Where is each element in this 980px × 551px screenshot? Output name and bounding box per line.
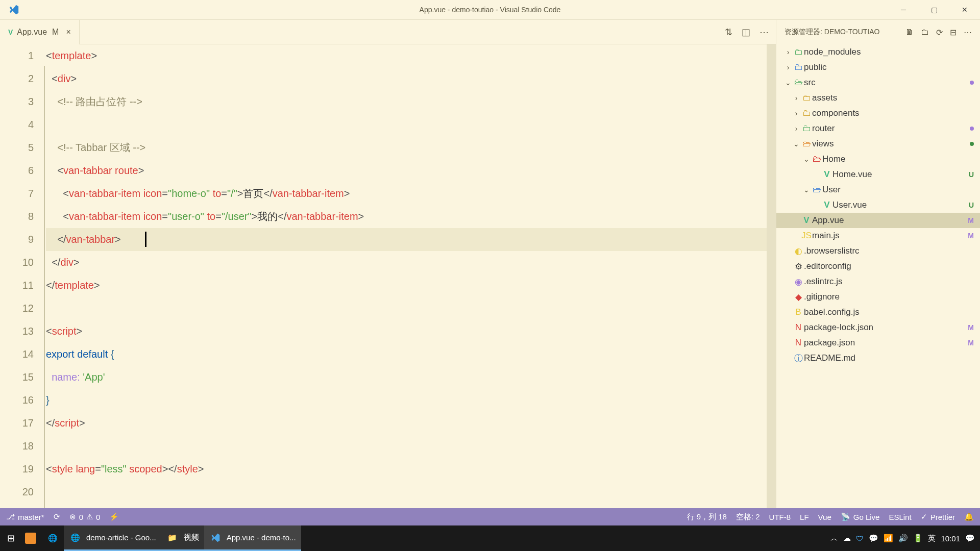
js-file-icon: JS bbox=[801, 231, 812, 241]
system-tray: ︿ ☁ 🛡 💬 📶 🔊 🔋 英 10:01 💬 bbox=[830, 534, 978, 543]
tree-folder-home[interactable]: ⌄🗁Home bbox=[776, 152, 980, 167]
maximize-button[interactable]: ▢ bbox=[919, 0, 949, 19]
git-badge: U bbox=[969, 170, 974, 179]
text-cursor bbox=[145, 232, 146, 247]
tree-file-gitignore[interactable]: ◆.gitignore bbox=[776, 289, 980, 305]
git-branch-status[interactable]: ⎇master* bbox=[6, 512, 44, 521]
tab-filename: App.vue bbox=[17, 28, 47, 37]
chevron-right-icon: › bbox=[792, 124, 801, 133]
more-icon[interactable]: ⋯ bbox=[964, 28, 972, 37]
start-button[interactable]: ⊞ bbox=[2, 525, 20, 551]
tree-folder-node-modules[interactable]: ›🗀node_modules bbox=[776, 44, 980, 60]
tree-folder-router[interactable]: ›🗀router bbox=[776, 121, 980, 136]
chevron-down-icon: ⌄ bbox=[802, 155, 811, 163]
config-file-icon: ◐ bbox=[793, 246, 804, 257]
chevron-right-icon: › bbox=[792, 109, 801, 117]
git-badge: U bbox=[969, 201, 974, 209]
git-dot-icon bbox=[970, 81, 974, 85]
code-area[interactable]: <template> <div> <!-- 路由占位符 --> <!-- Tab… bbox=[46, 44, 776, 508]
chevron-down-icon: ⌄ bbox=[792, 140, 801, 148]
warning-icon: ⚠ bbox=[86, 512, 93, 521]
tab-app-vue[interactable]: V App.vue M × bbox=[0, 20, 80, 44]
cursor-position-status[interactable]: 行 9，列 18 bbox=[687, 512, 727, 522]
tray-battery-icon[interactable]: 🔋 bbox=[913, 534, 923, 543]
indentation-status[interactable]: 空格: 2 bbox=[736, 512, 760, 522]
code-editor[interactable]: 1 2 3 4 5 6 7 8 9 10 11 12 13 14 15 16 1… bbox=[0, 44, 776, 508]
folder-icon: 🗀 bbox=[793, 47, 804, 57]
taskbar-app-chrome[interactable]: 🌐 bbox=[41, 525, 64, 551]
main-area: V App.vue M × ⇅ ◫ ⋯ 1 2 3 4 5 6 7 8 bbox=[0, 19, 980, 508]
problems-status[interactable]: ⊗0 ⚠0 bbox=[69, 512, 101, 521]
vertical-scrollbar[interactable] bbox=[767, 44, 776, 508]
tree-folder-assets[interactable]: ›🗀assets bbox=[776, 90, 980, 106]
chevron-down-icon: ⌄ bbox=[783, 79, 793, 87]
new-file-icon[interactable]: 🗎 bbox=[905, 28, 914, 37]
line-number: 15 bbox=[0, 366, 34, 389]
tab-close-icon[interactable]: × bbox=[66, 28, 70, 37]
tree-file-main-js[interactable]: JSmain.jsM bbox=[776, 228, 980, 243]
git-file-icon: ◆ bbox=[793, 292, 804, 303]
tray-onedrive-icon[interactable]: ☁ bbox=[843, 534, 851, 543]
tray-ime-indicator[interactable]: 英 bbox=[928, 534, 936, 543]
refresh-icon[interactable]: ⟳ bbox=[936, 28, 943, 37]
tray-volume-icon[interactable]: 🔊 bbox=[898, 534, 908, 543]
tree-file-browserslistrc[interactable]: ◐.browserslistrc bbox=[776, 243, 980, 259]
tree-file-user-vue[interactable]: VUser.vueU bbox=[776, 197, 980, 213]
encoding-status[interactable]: UTF-8 bbox=[769, 513, 791, 521]
tree-file-babel[interactable]: Bbabel.config.js bbox=[776, 305, 980, 320]
line-number: 3 bbox=[0, 90, 34, 113]
tree-folder-public[interactable]: ›🗀public bbox=[776, 60, 980, 75]
split-editor-icon[interactable]: ◫ bbox=[742, 27, 750, 38]
git-dot-icon bbox=[970, 142, 974, 146]
compare-changes-icon[interactable]: ⇅ bbox=[725, 27, 732, 38]
git-badge: M bbox=[968, 232, 974, 240]
tree-folder-components[interactable]: ›🗀components bbox=[776, 106, 980, 121]
explorer-actions: 🗎 🗀 ⟳ ⊟ ⋯ bbox=[905, 28, 972, 37]
more-actions-icon[interactable]: ⋯ bbox=[760, 27, 769, 38]
chevron-right-icon: › bbox=[783, 63, 793, 71]
eslint-status[interactable]: ESLint bbox=[889, 513, 911, 521]
debug-status[interactable]: ⚡ bbox=[109, 512, 119, 521]
tree-file-editorconfig[interactable]: ⚙.editorconfig bbox=[776, 259, 980, 274]
vue-file-icon: V bbox=[821, 169, 832, 180]
chevron-right-icon: › bbox=[792, 94, 801, 102]
tree-folder-user[interactable]: ⌄🗁User bbox=[776, 182, 980, 197]
eslint-file-icon: ◉ bbox=[793, 277, 804, 287]
tree-folder-src[interactable]: ⌄🗁src bbox=[776, 75, 980, 90]
line-number: 8 bbox=[0, 205, 34, 228]
prettier-status[interactable]: ✓Prettier bbox=[921, 512, 955, 521]
golive-status[interactable]: 📡Go Live bbox=[841, 512, 880, 521]
tray-network-icon[interactable]: 📶 bbox=[884, 534, 893, 543]
line-number: 9 bbox=[0, 228, 34, 251]
close-button[interactable]: ✕ bbox=[949, 0, 980, 19]
tree-file-home-vue[interactable]: VHome.vueU bbox=[776, 167, 980, 182]
taskbar-app-xdm[interactable] bbox=[20, 525, 41, 551]
tray-action-center-icon[interactable]: 💬 bbox=[965, 534, 975, 543]
taskbar-window-vscode[interactable]: App.vue - demo-to... bbox=[204, 525, 301, 551]
git-badge: M bbox=[968, 216, 974, 224]
vscode-logo-icon bbox=[7, 3, 20, 16]
tree-file-readme[interactable]: ⓘREADME.md bbox=[776, 350, 980, 366]
taskbar-window-chrome[interactable]: 🌐demo-article - Goo... bbox=[64, 525, 161, 551]
tray-wechat-icon[interactable]: 💬 bbox=[869, 534, 878, 543]
folder-icon: 🗀 bbox=[801, 93, 812, 103]
tree-folder-views[interactable]: ⌄🗁views bbox=[776, 136, 980, 152]
tray-chevron-icon[interactable]: ︿ bbox=[830, 534, 838, 543]
sync-icon: ⟳ bbox=[54, 512, 60, 521]
window-controls: ─ ▢ ✕ bbox=[888, 0, 980, 19]
tray-clock[interactable]: 10:01 bbox=[941, 534, 960, 543]
chrome-icon: 🌐 bbox=[69, 532, 81, 544]
minimize-button[interactable]: ─ bbox=[888, 0, 919, 19]
tree-file-package-lock[interactable]: Npackage-lock.jsonM bbox=[776, 320, 980, 335]
language-status[interactable]: Vue bbox=[818, 513, 831, 521]
new-folder-icon[interactable]: 🗀 bbox=[921, 28, 929, 37]
notifications-status[interactable]: 🔔 bbox=[964, 512, 974, 521]
tree-file-eslintrc[interactable]: ◉.eslintrc.js bbox=[776, 274, 980, 289]
taskbar-window-explorer[interactable]: 📁视频 bbox=[161, 525, 204, 551]
eol-status[interactable]: LF bbox=[800, 513, 809, 521]
tree-file-package-json[interactable]: Npackage.jsonM bbox=[776, 335, 980, 350]
git-sync-status[interactable]: ⟳ bbox=[54, 512, 60, 521]
collapse-all-icon[interactable]: ⊟ bbox=[950, 28, 957, 37]
tray-security-icon[interactable]: 🛡 bbox=[856, 534, 864, 543]
tree-file-app-vue[interactable]: VApp.vueM bbox=[776, 213, 980, 228]
